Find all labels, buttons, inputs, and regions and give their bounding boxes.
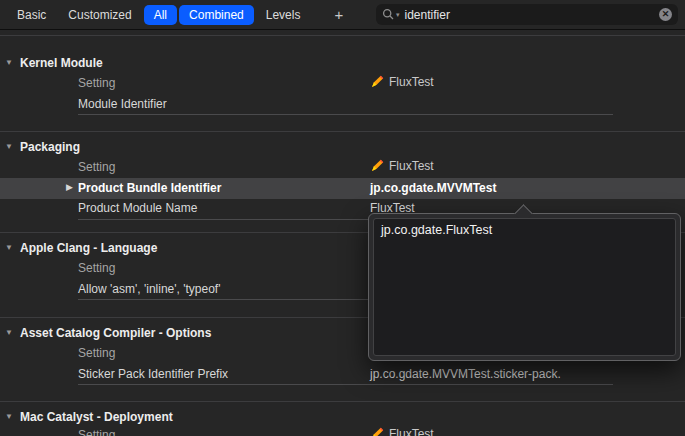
- separator: [0, 35, 685, 36]
- setting-column-label: Setting: [78, 346, 115, 360]
- value-editor-popover: jp.co.gdate.FluxTest: [368, 213, 681, 361]
- section-header-kernel-module[interactable]: ▼ Kernel Module: [4, 55, 685, 70]
- separator: [0, 401, 685, 402]
- separator: [0, 131, 685, 132]
- row-underline: [78, 384, 613, 385]
- setting-name: Product Bundle Identifier: [78, 181, 221, 195]
- setting-column-label: Setting: [78, 261, 115, 275]
- setting-value[interactable]: jp.co.gdate.MVVMTest: [370, 181, 496, 195]
- row-sticker-pack-identifier-prefix[interactable]: Sticker Pack Identifier Prefix jp.co.gda…: [0, 367, 685, 383]
- target-name-label: FluxTest: [389, 159, 434, 173]
- column-header-row: Setting FluxTest: [0, 76, 685, 91]
- collapse-triangle-icon[interactable]: ▼: [4, 243, 14, 252]
- section-title: Mac Catalyst - Deployment: [20, 410, 173, 424]
- target-chip: FluxTest: [370, 75, 434, 89]
- search-field[interactable]: ▾ identifier ✕: [376, 4, 678, 25]
- collapse-triangle-icon[interactable]: ▼: [4, 142, 14, 151]
- build-settings-toolbar: Basic Customized All Combined Levels + ▾…: [0, 0, 685, 30]
- section-header-mac-catalyst-deployment[interactable]: ▼ Mac Catalyst - Deployment: [4, 409, 685, 424]
- setting-name: Sticker Pack Identifier Prefix: [78, 367, 228, 381]
- setting-value[interactable]: jp.co.gdate.MVVMTest.sticker-pack.: [370, 367, 561, 381]
- tab-levels[interactable]: Levels: [256, 5, 311, 25]
- target-icon: [370, 159, 384, 173]
- add-build-setting-button[interactable]: +: [322, 6, 355, 23]
- collapse-triangle-icon[interactable]: ▼: [4, 58, 14, 67]
- tab-customized[interactable]: Customized: [58, 5, 141, 25]
- section-title: Packaging: [20, 140, 80, 154]
- setting-name: Allow 'asm', 'inline', 'typeof': [78, 282, 220, 296]
- section-title: Kernel Module: [20, 56, 103, 70]
- tab-combined[interactable]: Combined: [179, 5, 254, 25]
- setting-name: Product Module Name: [78, 201, 197, 215]
- row-product-bundle-identifier[interactable]: ▶ Product Bundle Identifier jp.co.gdate.…: [0, 178, 685, 199]
- setting-name: Module Identifier: [78, 97, 167, 111]
- setting-column-label: Setting: [78, 428, 115, 436]
- collapse-triangle-icon[interactable]: ▼: [4, 328, 14, 337]
- row-module-identifier[interactable]: Module Identifier: [0, 97, 685, 113]
- collapse-triangle-icon[interactable]: ▼: [4, 412, 14, 421]
- target-chip: FluxTest: [370, 427, 434, 436]
- popover-value-text: jp.co.gdate.FluxTest: [381, 223, 492, 237]
- search-input[interactable]: identifier: [405, 8, 654, 22]
- tab-basic[interactable]: Basic: [7, 5, 56, 25]
- section-title: Apple Clang - Language: [20, 241, 157, 255]
- search-icon[interactable]: ▾: [382, 8, 400, 21]
- value-editor-field[interactable]: jp.co.gdate.FluxTest: [373, 218, 676, 356]
- setting-column-label: Setting: [78, 76, 115, 90]
- target-name-label: FluxTest: [389, 75, 434, 89]
- disclosure-triangle-icon[interactable]: ▶: [66, 182, 73, 192]
- section-title: Asset Catalog Compiler - Options: [20, 326, 211, 340]
- row-underline: [78, 114, 613, 115]
- search-scope-chevron-icon: ▾: [396, 11, 400, 19]
- clear-search-icon[interactable]: ✕: [659, 8, 672, 21]
- column-header-row: Setting FluxTest: [0, 428, 685, 436]
- section-header-packaging[interactable]: ▼ Packaging: [4, 139, 685, 154]
- tab-all[interactable]: All: [144, 5, 177, 25]
- target-name-label: FluxTest: [389, 427, 434, 436]
- target-icon: [370, 427, 384, 436]
- setting-column-label: Setting: [78, 160, 115, 174]
- target-chip: FluxTest: [370, 159, 434, 173]
- target-icon: [370, 75, 384, 89]
- column-header-row: Setting FluxTest: [0, 160, 685, 175]
